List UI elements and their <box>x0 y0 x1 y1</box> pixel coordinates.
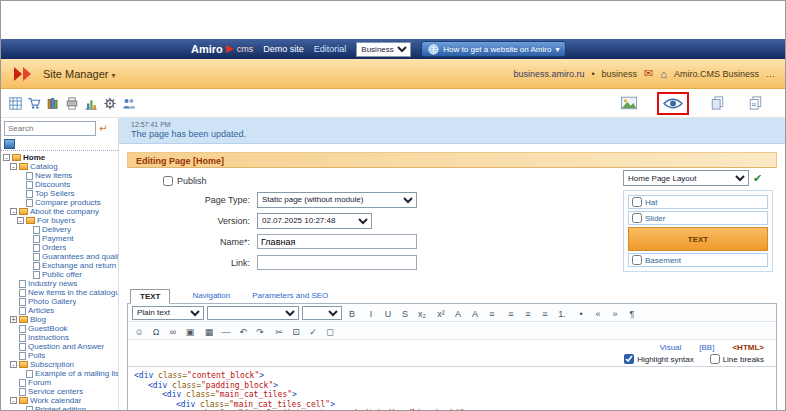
collapse-icon[interactable]: - <box>3 154 10 161</box>
strikethrough-icon[interactable]: S <box>398 306 412 320</box>
publish-checkbox[interactable] <box>163 176 173 186</box>
fullscreen-icon[interactable]: ◻ <box>323 324 337 338</box>
users-icon[interactable] <box>122 94 136 112</box>
collapse-icon[interactable]: - <box>10 397 17 404</box>
tree-item[interactable]: Industry news <box>1 279 118 288</box>
align-center-icon[interactable]: ≡ <box>504 306 518 320</box>
tree-item[interactable]: -Home <box>1 153 118 162</box>
preview-eye-button[interactable] <box>659 94 687 113</box>
tree-item[interactable]: Polls <box>1 351 118 360</box>
site-manager-menu[interactable]: Site Manager ▾ <box>43 68 116 80</box>
copy-icon[interactable]: ⊡ <box>289 324 303 338</box>
bold-icon[interactable]: B <box>345 306 359 320</box>
layout-block[interactable]: Hat <box>628 195 768 209</box>
outdent-icon[interactable]: « <box>591 306 605 320</box>
tree-item[interactable]: Guarantees and quality <box>1 252 118 261</box>
version-select[interactable]: 02.07.2025 10:27:48 <box>257 213 372 229</box>
layout-block[interactable]: Basement <box>628 253 768 267</box>
collapse-icon[interactable]: - <box>10 208 17 215</box>
justify-icon[interactable]: ≡ <box>538 306 552 320</box>
tab-navigation[interactable]: Navigation <box>192 291 230 303</box>
tree-item[interactable]: +Blog <box>1 315 118 324</box>
mode-html[interactable]: <HTML> <box>732 343 764 352</box>
code-area[interactable]: <div class="content_block"><div class="p… <box>128 366 776 410</box>
tree-item[interactable]: Top Sellers <box>1 189 118 198</box>
table-icon[interactable]: ▦ <box>202 324 216 338</box>
tree-item[interactable]: Forum <box>1 378 118 387</box>
layout-block-checkbox[interactable] <box>632 197 642 207</box>
tree-item[interactable]: Payment <box>1 234 118 243</box>
tree-item[interactable]: -Catalog <box>1 162 118 171</box>
cart-icon[interactable] <box>27 94 41 112</box>
domain-link[interactable]: business.amiro.ru <box>513 69 584 79</box>
layout-block-checkbox[interactable] <box>632 213 642 223</box>
tree-item[interactable]: Exchange and return <box>1 261 118 270</box>
demo-site-link[interactable]: Demo site <box>263 44 304 54</box>
name-input[interactable] <box>257 234 417 249</box>
collapse-tree-button[interactable] <box>4 139 15 149</box>
page-type-select[interactable]: Static page (without module) <box>257 192 417 208</box>
undo-icon[interactable]: ↶ <box>236 324 250 338</box>
tree-item[interactable]: Question and Answer <box>1 342 118 351</box>
duplicate-page-icon[interactable] <box>747 94 763 112</box>
tree-item[interactable]: -Subscription <box>1 360 118 369</box>
horizontal-rule-icon[interactable]: ― <box>219 324 233 338</box>
tree-item[interactable]: Service centers <box>1 387 118 396</box>
template-select[interactable]: Business <box>356 42 411 57</box>
tree-item[interactable]: GuestBook <box>1 324 118 333</box>
tree-item[interactable]: Articles <box>1 306 118 315</box>
tree-item[interactable]: Public offer <box>1 270 118 279</box>
dashboard-grid-icon[interactable] <box>9 94 22 112</box>
home-icon[interactable]: ⌂ <box>660 68 667 80</box>
image-icon[interactable]: ▣ <box>183 324 197 338</box>
tree-item[interactable]: New items <box>1 171 118 180</box>
print-icon[interactable] <box>65 94 79 112</box>
tree-item[interactable]: Instructions <box>1 333 118 342</box>
link-input[interactable] <box>257 255 417 270</box>
search-input[interactable] <box>4 121 96 136</box>
font-family-select[interactable] <box>207 306 299 320</box>
underline-icon[interactable]: U <box>381 306 395 320</box>
paragraph-icon[interactable]: ¶ <box>625 306 639 320</box>
indent-icon[interactable]: » <box>608 306 622 320</box>
spellcheck-icon[interactable]: ✓ <box>306 324 320 338</box>
smiley-icon[interactable]: ☺ <box>132 324 146 338</box>
stats-chart-icon[interactable] <box>84 94 98 112</box>
collapse-icon[interactable]: - <box>17 217 24 224</box>
cta-button[interactable]: How to get a website on Amiro ▾ <box>421 41 566 57</box>
tab-text[interactable]: TEXT <box>130 289 170 304</box>
picture-icon[interactable] <box>621 94 637 112</box>
font-color-icon[interactable]: A <box>451 306 465 320</box>
italic-icon[interactable]: I <box>364 306 378 320</box>
redo-icon[interactable]: ↷ <box>253 324 267 338</box>
mail-icon[interactable]: ✉ <box>644 67 653 80</box>
collapse-icon[interactable]: - <box>10 163 17 170</box>
mode-visual[interactable]: Visual <box>660 343 682 352</box>
tree-item[interactable]: Compare products <box>1 198 118 207</box>
tree-item[interactable]: Photo Gallery <box>1 297 118 306</box>
subscript-icon[interactable]: x₂ <box>415 306 429 320</box>
tab-parameters-and-seo[interactable]: Parameters and SEO <box>252 291 328 303</box>
highlight-syntax-checkbox[interactable] <box>624 354 634 364</box>
layout-block[interactable]: Slider <box>628 211 768 225</box>
align-right-icon[interactable]: ≡ <box>521 306 535 320</box>
ordered-list-icon[interactable]: 1. <box>555 306 569 320</box>
superscript-icon[interactable]: x² <box>434 306 448 320</box>
mode-bb[interactable]: [BB] <box>699 343 714 352</box>
format-select[interactable]: Plain text <box>132 306 204 320</box>
tree-item[interactable]: Orders <box>1 243 118 252</box>
copy-page-icon[interactable] <box>709 94 725 112</box>
link-icon[interactable]: ∞ <box>166 324 180 338</box>
align-left-icon[interactable]: ≡ <box>485 306 499 320</box>
cut-icon[interactable]: ✂ <box>272 324 286 338</box>
font-size-select[interactable] <box>302 306 342 320</box>
layout-block-active[interactable]: TEXT <box>628 227 768 251</box>
highlight-color-icon[interactable]: A <box>468 306 482 320</box>
line-breaks-checkbox[interactable] <box>710 354 720 364</box>
settings-gear-icon[interactable] <box>103 94 117 112</box>
tree-item[interactable]: -Work calendar <box>1 396 118 405</box>
tree-item[interactable]: Printed edition <box>1 405 118 410</box>
tree-item[interactable]: New items in the catalogue <box>1 288 118 297</box>
apply-layout-button[interactable]: ✔ <box>753 172 762 184</box>
tree-item[interactable]: -For buyers <box>1 216 118 225</box>
